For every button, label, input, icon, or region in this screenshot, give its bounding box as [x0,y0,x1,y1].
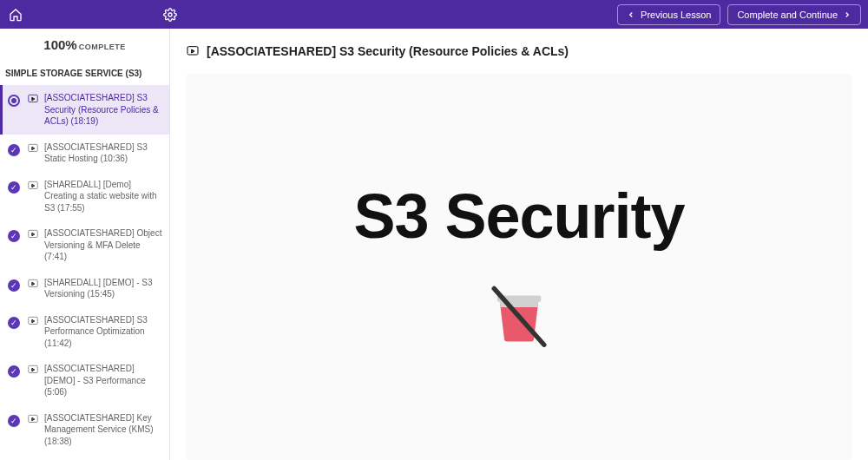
gear-icon[interactable] [161,6,179,23]
lesson-body: [ASSOCIATESHARED] S3 Static Hosting (10:… [27,141,164,165]
lesson-title-row: [ASSOCIATESHARED] S3 Security (Resource … [186,44,852,58]
layout: 100%COMPLETE SIMPLE STORAGE SERVICE (S3)… [0,29,868,460]
play-video-icon [27,315,39,327]
chevron-left-icon [627,10,635,19]
status-complete-icon: ✓ [6,278,22,293]
play-video-icon [27,364,39,376]
play-video-icon [27,413,39,425]
bucket-blocked-icon [480,276,558,354]
lesson-label: [ASSOCIATESHARED] Object Versioning & MF… [44,227,164,263]
lesson-item[interactable]: ✓[ASSOCIATESHARED] Object Versioning & M… [0,220,169,270]
lesson-label: [ASSOCIATESHARED] Key Management Service… [44,412,164,448]
lesson-item[interactable]: [ASSOCIATESHARED] S3 Security (Resource … [0,85,169,135]
chevron-right-icon [843,10,852,19]
lesson-item[interactable]: ✓[ASSOCIATESHARED] Key Management Servic… [0,405,169,455]
lesson-item[interactable]: ✓[SHAREDALL] [DEMO] - S3 Versioning (15:… [0,270,169,307]
lesson-body: [ASSOCIATESHARED] S3 Performance Optimiz… [27,314,164,350]
main-content: [ASSOCIATESHARED] S3 Security (Resource … [170,29,868,460]
status-complete-icon: ✓ [6,315,22,331]
status-complete-icon: ✓ [6,413,22,429]
lesson-item[interactable]: ✓[SHAREDALL] [Demo] Creating a static we… [0,172,169,221]
lesson-label: [ASSOCIATESHARED] S3 Security (Resource … [44,92,164,128]
status-current-icon [6,93,22,108]
lesson-body: [ASSOCIATESHARED] [DEMO] - S3 Performanc… [27,363,164,398]
lesson-label: [SHAREDALL] [DEMO] - S3 Versioning (15:4… [44,277,164,300]
previous-lesson-button[interactable]: Previous Lesson [617,4,720,25]
lesson-body: [SHAREDALL] [DEMO] - S3 Versioning (15:4… [27,277,164,300]
lesson-body: [ASSOCIATESHARED] Key Management Service… [27,412,164,448]
play-video-icon [27,228,39,240]
lesson-body: [SHAREDALL] [Demo] Creating a static web… [27,179,164,214]
status-complete-icon: ✓ [6,142,22,158]
complete-continue-label: Complete and Continue [737,10,838,20]
lesson-label: [ASSOCIATESHARED] S3 Static Hosting (10:… [44,141,164,165]
progress-block: 100%COMPLETE [0,29,169,62]
lesson-item[interactable]: ✓[SHAREDALL] [DEMO] KMS - Encrypting the… [0,454,169,460]
lesson-item[interactable]: ✓[ASSOCIATESHARED] [DEMO] - S3 Performan… [0,356,169,405]
status-complete-icon: ✓ [6,228,22,244]
lesson-item[interactable]: ✓[ASSOCIATESHARED] S3 Static Hosting (10… [0,135,169,172]
slide-heading: S3 Security [353,181,684,252]
top-header: Previous Lesson Complete and Continue [0,0,868,29]
lesson-body: [ASSOCIATESHARED] S3 Security (Resource … [27,92,164,128]
play-video-icon [27,278,39,290]
header-right: Previous Lesson Complete and Continue [617,4,861,25]
progress-label: COMPLETE [79,43,126,51]
lesson-list: [ASSOCIATESHARED] S3 Security (Resource … [0,85,169,460]
lesson-body: [ASSOCIATESHARED] Object Versioning & MF… [27,227,164,263]
sidebar[interactable]: 100%COMPLETE SIMPLE STORAGE SERVICE (S3)… [0,29,170,460]
home-icon[interactable] [7,6,24,23]
header-left [7,6,179,23]
complete-continue-button[interactable]: Complete and Continue [727,4,861,25]
play-video-icon [27,180,39,192]
lesson-label: [ASSOCIATESHARED] [DEMO] - S3 Performanc… [44,363,164,398]
progress-percent: 100% [43,37,76,52]
status-complete-icon: ✓ [6,180,22,195]
video-slide[interactable]: S3 Security [186,74,852,460]
play-video-icon [27,142,39,154]
lesson-label: [ASSOCIATESHARED] S3 Performance Optimiz… [44,314,164,350]
svg-point-0 [168,13,172,16]
lesson-item[interactable]: ✓[ASSOCIATESHARED] S3 Performance Optimi… [0,307,169,357]
play-video-icon [186,44,200,58]
previous-lesson-label: Previous Lesson [641,10,711,20]
play-video-icon [27,93,39,105]
lesson-title: [ASSOCIATESHARED] S3 Security (Resource … [207,44,569,58]
status-complete-icon: ✓ [6,364,22,379]
section-title: SIMPLE STORAGE SERVICE (S3) [0,62,169,85]
lesson-label: [SHAREDALL] [Demo] Creating a static web… [44,179,164,214]
